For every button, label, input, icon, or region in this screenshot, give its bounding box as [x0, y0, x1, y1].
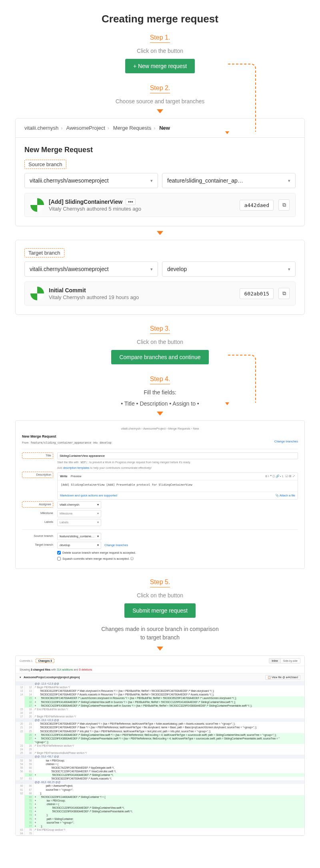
labels-label: Labels: [22, 519, 53, 526]
chevron-down-icon: ▾: [288, 267, 290, 272]
avatar: [30, 287, 44, 300]
view-file-link[interactable]: 📋 View file @ a442daed: [265, 675, 300, 680]
mini-breadcrumb: vitalii.chernysh › AwesomeProject › Merg…: [22, 426, 298, 431]
description-templates-link[interactable]: description templates: [63, 466, 89, 469]
src-branch-label: Source branch: [22, 533, 53, 540]
diff-code: …@@ -12,6 +12,8 @@1212/* Begin PBXBuildF…: [16, 682, 304, 835]
change-branches-link-2[interactable]: Change branches: [104, 543, 128, 548]
source-commit-row: [Add] SlidingContainerView••• Vitaly Che…: [24, 193, 296, 217]
arrow-dashed: [228, 64, 256, 132]
breadcrumb: vitalii.chernysh› AwesomeProject› Merge …: [16, 119, 304, 138]
assignee-select[interactable]: vitalii.chernysh▾: [57, 501, 101, 508]
diff-summary: Showing 3 changed files with 314 additio…: [16, 666, 304, 673]
target-project-select[interactable]: vitalii.chernysh/awesomeproject▾: [24, 261, 158, 277]
submit-merge-request-button[interactable]: Submit merge request: [124, 603, 196, 618]
src-branch-select[interactable]: feature/sliding_containe…▾: [57, 533, 101, 540]
template-hint: Add description templates to help your c…: [57, 466, 298, 470]
mini-from-line: From feature/sliding_container_appearanc…: [22, 440, 298, 445]
description-label: Description: [22, 472, 53, 478]
source-commit-when: authored 5 minutes ago: [85, 206, 141, 212]
caret-down-icon: [157, 647, 163, 651]
source-project-value: vitalii.chernysh/awesomeproject: [30, 177, 109, 184]
title-label: Title: [22, 452, 53, 459]
sidebyside-toggle[interactable]: Side-by-side: [281, 658, 300, 663]
copy-icon[interactable]: ⧉: [278, 288, 290, 299]
avatar: [30, 198, 44, 212]
chevron-down-icon: ▾: [288, 178, 290, 183]
step4-bullets: • Title • Description • Assign to •: [0, 400, 320, 407]
description-editor: Write Preview B I ❝ ⟨⟩ 🔗 • 1. ☑ ⊞ ⤢ [Add…: [57, 472, 298, 500]
diff-panel: Commits 1 Changes 3 Inline Side-by-side …: [15, 655, 305, 836]
copy-icon[interactable]: ⧉: [278, 199, 290, 211]
target-branch-select[interactable]: develop▾: [162, 261, 296, 277]
labels-select[interactable]: Labels▾: [57, 519, 101, 526]
milestone-label: Milestone: [22, 510, 53, 517]
crumb-section[interactable]: Merge Requests: [113, 125, 151, 131]
page-title: Creating merge request: [0, 13, 320, 25]
caret-down-icon: [157, 109, 163, 113]
new-merge-request-button[interactable]: + New merge request: [125, 59, 195, 73]
tab-commits[interactable]: Commits 1: [20, 659, 32, 662]
more-icon[interactable]: •••: [126, 199, 136, 205]
tgt-branch-label: Target branch: [22, 542, 53, 549]
milestone-select[interactable]: Milestone▾: [57, 510, 101, 517]
step3-sub: Click on the button: [0, 339, 320, 345]
step1-sub: Click on the button: [0, 48, 320, 54]
compare-branches-button[interactable]: Compare branches and continue: [111, 350, 208, 364]
step5-label: Step 5.: [150, 579, 170, 587]
crumb-user[interactable]: vitalii.chernysh: [24, 125, 58, 131]
source-commit-hash[interactable]: a442daed: [240, 200, 274, 211]
tab-changes[interactable]: Changes 3: [36, 659, 54, 663]
target-commit-hash[interactable]: 602ab015: [240, 288, 274, 299]
caret-down-icon: [157, 231, 163, 235]
attach-file-link[interactable]: 📎 Attach a file: [275, 493, 295, 498]
source-commit-title[interactable]: [Add] SlidingContainerView: [49, 199, 122, 205]
assignee-label: Assignee: [22, 501, 53, 508]
arrow-head-icon: [225, 131, 229, 134]
squash-checkbox[interactable]: Squash commits when merge request is acc…: [57, 557, 298, 561]
target-branch-value: develop: [167, 266, 187, 272]
step3-label: Step 3.: [150, 325, 170, 334]
source-card: vitalii.chernysh› AwesomeProject› Merge …: [15, 118, 305, 226]
step5-sub: Click on the button: [0, 592, 320, 599]
crumb-current: New: [159, 125, 170, 131]
diff-intro: Changes made in source branch in compari…: [0, 625, 320, 642]
preview-tab[interactable]: Preview: [71, 474, 82, 479]
source-branch-value: feature/sliding_container_ap…: [167, 177, 243, 184]
source-branch-label: Source branch: [24, 160, 66, 169]
target-commit-when: authored 19 hours ago: [85, 294, 139, 300]
target-project-value: vitalii.chernysh/awesomeproject: [30, 266, 109, 272]
tgt-branch-select[interactable]: develop▾: [57, 542, 101, 549]
wip-hint: Start the title with WIP: to prevent a W…: [57, 460, 298, 465]
collapse-icon[interactable]: ▾: [20, 676, 21, 679]
markdown-support-link[interactable]: Markdown and quick actions are supported: [60, 493, 117, 498]
chevron-down-icon: ▾: [150, 267, 153, 272]
description-textarea[interactable]: [Add] SlidingContainerView [Add] Present…: [58, 480, 298, 492]
step4-label: Step 4.: [150, 376, 170, 384]
target-commit-row: Initial Commit Vitaly Chernysh authored …: [24, 281, 296, 305]
editor-toolbar[interactable]: B I ❝ ⟨⟩ 🔗 • 1. ☑ ⊞ ⤢: [265, 474, 295, 479]
step2-sub: Choose source and target branches: [0, 98, 320, 104]
change-branches-link[interactable]: Change branches: [274, 439, 298, 444]
diff-filename[interactable]: AwesomeProject.xcodeproj/project.pbxproj: [24, 676, 80, 679]
target-card: Target branch vitalii.chernysh/awesomepr…: [15, 240, 305, 315]
target-branch-label: Target branch: [24, 248, 64, 257]
source-project-select[interactable]: vitalii.chernysh/awesomeproject▾: [24, 173, 158, 188]
mr-form-screenshot: vitalii.chernysh › AwesomeProject › Merg…: [15, 420, 305, 569]
write-tab[interactable]: Write: [60, 474, 68, 479]
target-commit-author: Vitaly Chernysh: [49, 294, 85, 300]
target-commit-title[interactable]: Initial Commit: [49, 287, 86, 293]
source-commit-author: Vitaly Chernysh: [49, 206, 85, 212]
step4-sub: Fill the fields:: [0, 389, 320, 396]
arrow-head-icon: [225, 402, 229, 405]
title-input[interactable]: [57, 452, 298, 459]
crumb-project[interactable]: AwesomeProject: [66, 125, 105, 131]
new-mr-heading: New Merge Request: [24, 146, 296, 154]
delete-src-checkbox[interactable]: Delete source branch when merge request …: [57, 551, 298, 555]
mini-heading: New Merge Request: [22, 434, 298, 439]
source-branch-select[interactable]: feature/sliding_container_ap…▾: [162, 173, 296, 188]
inline-toggle[interactable]: Inline: [269, 658, 281, 663]
step1-label: Step 1.: [150, 34, 170, 43]
caret-down-icon: [157, 412, 163, 416]
step2-label: Step 2.: [150, 84, 170, 93]
